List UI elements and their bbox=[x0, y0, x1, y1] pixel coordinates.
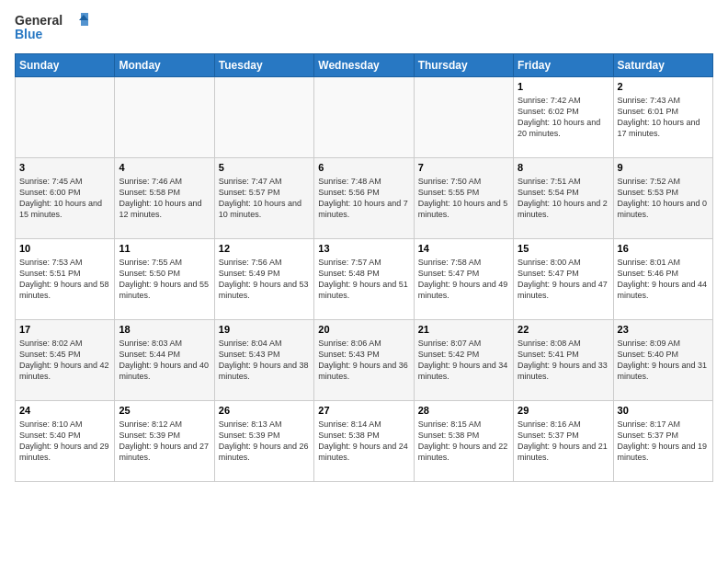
day-info-text: Sunset: 5:49 PM bbox=[219, 268, 310, 279]
day-info-text: Sunset: 5:44 PM bbox=[119, 349, 210, 360]
calendar-cell bbox=[414, 77, 513, 158]
day-info-text: Daylight: 9 hours and 42 minutes. bbox=[19, 360, 110, 382]
calendar-cell: 4Sunrise: 7:46 AMSunset: 5:58 PMDaylight… bbox=[115, 158, 214, 239]
calendar-cell: 28Sunrise: 8:15 AMSunset: 5:38 PMDayligh… bbox=[414, 401, 513, 482]
calendar-cell: 5Sunrise: 7:47 AMSunset: 5:57 PMDaylight… bbox=[214, 158, 313, 239]
day-info-text: Sunrise: 7:53 AM bbox=[19, 257, 110, 268]
calendar-cell: 19Sunrise: 8:04 AMSunset: 5:43 PMDayligh… bbox=[214, 320, 313, 401]
day-info-text: Sunrise: 7:52 AM bbox=[618, 176, 709, 187]
day-info-text: Sunset: 6:02 PM bbox=[518, 106, 609, 117]
day-info-text: Daylight: 9 hours and 49 minutes. bbox=[418, 279, 509, 301]
day-info-text: Sunset: 5:39 PM bbox=[119, 430, 210, 441]
day-info-text: Sunset: 5:38 PM bbox=[318, 430, 409, 441]
day-header-tuesday: Tuesday bbox=[214, 54, 313, 77]
day-info-text: Sunset: 5:47 PM bbox=[518, 268, 609, 279]
day-info-text: Daylight: 10 hours and 0 minutes. bbox=[618, 198, 709, 220]
day-header-thursday: Thursday bbox=[414, 54, 513, 77]
day-info-text: Daylight: 9 hours and 40 minutes. bbox=[119, 360, 210, 382]
day-number: 10 bbox=[19, 242, 110, 256]
calendar-cell bbox=[214, 77, 313, 158]
calendar-week-1: 1Sunrise: 7:42 AMSunset: 6:02 PMDaylight… bbox=[16, 77, 713, 158]
day-number: 12 bbox=[219, 242, 310, 256]
day-info-text: Sunrise: 7:51 AM bbox=[518, 176, 609, 187]
day-info-text: Sunrise: 8:15 AM bbox=[418, 419, 509, 430]
day-info-text: Sunrise: 7:58 AM bbox=[418, 257, 509, 268]
day-info-text: Daylight: 9 hours and 58 minutes. bbox=[19, 279, 110, 301]
day-info-text: Daylight: 10 hours and 17 minutes. bbox=[618, 117, 709, 139]
day-info-text: Sunrise: 8:08 AM bbox=[518, 338, 609, 349]
day-info-text: Daylight: 9 hours and 44 minutes. bbox=[618, 279, 709, 301]
day-header-friday: Friday bbox=[514, 54, 613, 77]
day-number: 8 bbox=[518, 161, 609, 175]
day-number: 23 bbox=[618, 323, 709, 337]
day-info-text: Sunrise: 8:12 AM bbox=[119, 419, 210, 430]
day-info-text: Sunrise: 7:48 AM bbox=[318, 176, 409, 187]
day-info-text: Daylight: 10 hours and 15 minutes. bbox=[19, 198, 110, 220]
day-info-text: Daylight: 10 hours and 2 minutes. bbox=[518, 198, 609, 220]
calendar-cell: 23Sunrise: 8:09 AMSunset: 5:40 PMDayligh… bbox=[613, 320, 712, 401]
day-number: 5 bbox=[219, 161, 310, 175]
day-number: 3 bbox=[19, 161, 110, 175]
day-info-text: Daylight: 10 hours and 10 minutes. bbox=[219, 198, 310, 220]
day-info-text: Sunrise: 7:45 AM bbox=[19, 176, 110, 187]
day-info-text: Sunrise: 8:13 AM bbox=[219, 419, 310, 430]
day-number: 15 bbox=[518, 242, 609, 256]
day-info-text: Sunrise: 8:01 AM bbox=[618, 257, 709, 268]
calendar-cell: 11Sunrise: 7:55 AMSunset: 5:50 PMDayligh… bbox=[115, 239, 214, 320]
day-info-text: Daylight: 9 hours and 36 minutes. bbox=[318, 360, 409, 382]
calendar-cell: 25Sunrise: 8:12 AMSunset: 5:39 PMDayligh… bbox=[115, 401, 214, 482]
calendar-cell: 24Sunrise: 8:10 AMSunset: 5:40 PMDayligh… bbox=[16, 401, 115, 482]
day-info-text: Sunset: 5:54 PM bbox=[518, 187, 609, 198]
calendar-week-2: 3Sunrise: 7:45 AMSunset: 6:00 PMDaylight… bbox=[16, 158, 713, 239]
day-info-text: Sunrise: 8:14 AM bbox=[318, 419, 409, 430]
calendar-cell: 3Sunrise: 7:45 AMSunset: 6:00 PMDaylight… bbox=[16, 158, 115, 239]
calendar-cell: 29Sunrise: 8:16 AMSunset: 5:37 PMDayligh… bbox=[514, 401, 613, 482]
day-info-text: Sunrise: 7:42 AM bbox=[518, 95, 609, 106]
day-number: 28 bbox=[418, 404, 509, 418]
day-number: 11 bbox=[119, 242, 210, 256]
day-info-text: Sunrise: 7:55 AM bbox=[119, 257, 210, 268]
calendar-cell: 15Sunrise: 8:00 AMSunset: 5:47 PMDayligh… bbox=[514, 239, 613, 320]
day-info-text: Sunset: 5:47 PM bbox=[418, 268, 509, 279]
day-number: 17 bbox=[19, 323, 110, 337]
calendar-week-3: 10Sunrise: 7:53 AMSunset: 5:51 PMDayligh… bbox=[16, 239, 713, 320]
calendar-week-5: 24Sunrise: 8:10 AMSunset: 5:40 PMDayligh… bbox=[16, 401, 713, 482]
calendar-header-row: SundayMondayTuesdayWednesdayThursdayFrid… bbox=[16, 54, 713, 77]
day-info-text: Sunset: 5:42 PM bbox=[418, 349, 509, 360]
day-info-text: Daylight: 9 hours and 38 minutes. bbox=[219, 360, 310, 382]
day-info-text: Daylight: 9 hours and 29 minutes. bbox=[19, 441, 110, 463]
header: General Blue bbox=[15, 11, 713, 44]
day-number: 29 bbox=[518, 404, 609, 418]
day-info-text: Sunset: 6:00 PM bbox=[19, 187, 110, 198]
day-info-text: Sunset: 5:43 PM bbox=[219, 349, 310, 360]
day-info-text: Sunrise: 8:17 AM bbox=[618, 419, 709, 430]
day-info-text: Sunset: 5:41 PM bbox=[518, 349, 609, 360]
calendar-cell: 8Sunrise: 7:51 AMSunset: 5:54 PMDaylight… bbox=[514, 158, 613, 239]
calendar-table: SundayMondayTuesdayWednesdayThursdayFrid… bbox=[15, 53, 713, 482]
svg-text:Blue: Blue bbox=[15, 27, 43, 41]
logo: General Blue bbox=[15, 11, 88, 44]
day-info-text: Sunset: 5:55 PM bbox=[418, 187, 509, 198]
calendar-week-4: 17Sunrise: 8:02 AMSunset: 5:45 PMDayligh… bbox=[16, 320, 713, 401]
calendar-cell: 20Sunrise: 8:06 AMSunset: 5:43 PMDayligh… bbox=[314, 320, 414, 401]
day-number: 16 bbox=[618, 242, 709, 256]
day-info-text: Daylight: 9 hours and 55 minutes. bbox=[119, 279, 210, 301]
day-number: 7 bbox=[418, 161, 509, 175]
calendar-cell: 21Sunrise: 8:07 AMSunset: 5:42 PMDayligh… bbox=[414, 320, 513, 401]
day-number: 4 bbox=[119, 161, 210, 175]
day-header-saturday: Saturday bbox=[613, 54, 712, 77]
day-info-text: Sunset: 5:40 PM bbox=[618, 349, 709, 360]
day-number: 6 bbox=[318, 161, 409, 175]
calendar-cell: 22Sunrise: 8:08 AMSunset: 5:41 PMDayligh… bbox=[514, 320, 613, 401]
page-container: General Blue SundayMondayTuesdayWednesda… bbox=[0, 0, 728, 489]
day-info-text: Sunrise: 8:02 AM bbox=[19, 338, 110, 349]
calendar-cell bbox=[16, 77, 115, 158]
day-info-text: Daylight: 9 hours and 33 minutes. bbox=[518, 360, 609, 382]
day-info-text: Daylight: 10 hours and 12 minutes. bbox=[119, 198, 210, 220]
day-number: 13 bbox=[318, 242, 409, 256]
day-info-text: Sunrise: 8:10 AM bbox=[19, 419, 110, 430]
calendar-cell: 13Sunrise: 7:57 AMSunset: 5:48 PMDayligh… bbox=[314, 239, 414, 320]
day-info-text: Sunrise: 8:03 AM bbox=[119, 338, 210, 349]
day-info-text: Sunset: 5:37 PM bbox=[618, 430, 709, 441]
day-info-text: Daylight: 9 hours and 51 minutes. bbox=[318, 279, 409, 301]
